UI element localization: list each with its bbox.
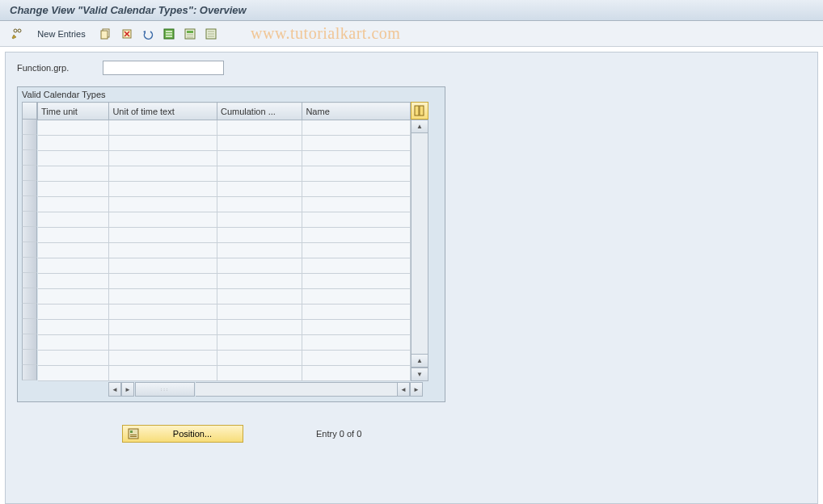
row-selector[interactable] <box>22 258 37 273</box>
scroll-down-button[interactable]: ▼ <box>411 368 428 381</box>
hscroll-row: ◄ ► ::: ◄ ► <box>22 382 441 397</box>
scroll-right-button[interactable]: ► <box>410 382 423 397</box>
table-row[interactable] <box>38 366 411 381</box>
row-selector[interactable] <box>22 227 37 242</box>
watermark-text: www.tutorialkart.com <box>251 24 400 43</box>
select-all-rows-header[interactable] <box>22 102 37 120</box>
row-selector[interactable] <box>22 334 37 350</box>
row-selector[interactable] <box>22 319 37 334</box>
row-selector[interactable] <box>22 365 37 380</box>
undo-change-button[interactable] <box>139 25 157 43</box>
new-entries-label: New Entries <box>37 29 85 39</box>
select-block-button[interactable] <box>181 25 199 43</box>
row-selector-column <box>22 102 37 381</box>
svg-rect-11 <box>187 34 193 36</box>
footer-row: Position... Entry 0 of 0 <box>17 425 806 443</box>
row-selector[interactable] <box>22 120 37 135</box>
svg-rect-19 <box>129 429 138 439</box>
row-selector[interactable] <box>22 242 37 258</box>
col-header-time-unit[interactable]: Time unit <box>38 103 109 120</box>
col-header-cumulation[interactable]: Cumulation ... <box>217 103 302 120</box>
svg-rect-7 <box>166 33 172 35</box>
table-container: Time unit Unit of time text Cumulation .… <box>22 102 441 381</box>
scroll-down-step-button[interactable]: ▲ <box>411 354 428 368</box>
row-selector[interactable] <box>22 304 37 319</box>
table-row[interactable] <box>38 243 411 258</box>
table-body <box>38 120 411 381</box>
vscroll-track[interactable] <box>411 133 428 354</box>
row-selector[interactable] <box>22 212 37 227</box>
svg-rect-15 <box>208 33 214 35</box>
select-block-icon <box>184 27 196 40</box>
table-row[interactable] <box>38 182 411 197</box>
svg-rect-21 <box>130 435 137 435</box>
group-title: Valid Calendar Types <box>22 90 441 99</box>
hscroll-thumb[interactable]: ::: <box>135 382 195 397</box>
valid-calendar-types-group: Valid Calendar Types <box>17 86 445 402</box>
table-row[interactable] <box>38 197 411 212</box>
function-grp-row: Function.grp. <box>17 61 806 75</box>
svg-rect-14 <box>208 31 214 32</box>
svg-rect-10 <box>187 31 193 33</box>
table-row[interactable] <box>38 289 411 304</box>
row-selector[interactable] <box>22 150 37 166</box>
select-all-icon <box>162 27 175 40</box>
delete-button[interactable] <box>118 25 136 43</box>
row-selector[interactable] <box>22 350 37 365</box>
position-button[interactable]: Position... <box>122 425 243 443</box>
svg-point-0 <box>18 29 21 32</box>
toolbar: New Entries www.tutorialkart.com <box>0 21 823 47</box>
svg-rect-17 <box>415 106 419 116</box>
row-selector[interactable] <box>22 166 37 181</box>
row-selector[interactable] <box>22 273 37 288</box>
row-selector[interactable] <box>22 288 37 304</box>
table-row[interactable] <box>38 136 411 151</box>
scroll-right-step-button[interactable]: ► <box>121 382 134 397</box>
function-grp-input[interactable] <box>103 61 224 75</box>
row-selector[interactable] <box>22 181 37 196</box>
table-row[interactable] <box>38 304 411 320</box>
svg-point-1 <box>14 29 17 32</box>
table-row[interactable] <box>38 166 411 182</box>
svg-rect-16 <box>208 36 214 37</box>
row-selector[interactable] <box>22 196 37 212</box>
deselect-all-button[interactable] <box>202 25 220 43</box>
svg-rect-3 <box>101 31 108 39</box>
svg-rect-8 <box>166 36 172 37</box>
pencil-glasses-icon <box>11 27 23 40</box>
new-entries-button[interactable]: New Entries <box>29 25 94 43</box>
table-side-controls: ▲ ▲ ▼ <box>411 102 428 381</box>
table-row[interactable] <box>38 212 411 228</box>
select-all-button[interactable] <box>160 25 178 43</box>
scroll-left-end-button[interactable]: ◄ <box>397 382 410 397</box>
col-header-name[interactable]: Name <box>302 103 411 120</box>
entry-count-info: Entry 0 of 0 <box>316 429 361 439</box>
valid-calendar-types-table: Time unit Unit of time text Cumulation .… <box>37 102 411 381</box>
row-selector[interactable] <box>22 135 37 150</box>
page-title: Change View "Valid Calendar Types": Over… <box>10 4 247 16</box>
hscroll-track[interactable] <box>196 382 397 397</box>
undo-icon <box>141 27 154 40</box>
position-icon <box>128 428 139 439</box>
table-row[interactable] <box>38 151 411 166</box>
copy-icon <box>99 27 112 40</box>
table-row[interactable] <box>38 320 411 335</box>
table-row[interactable] <box>38 351 411 366</box>
scroll-left-button[interactable]: ◄ <box>108 382 121 397</box>
copy-as-button[interactable] <box>97 25 115 43</box>
svg-rect-22 <box>130 436 137 437</box>
table-settings-icon <box>414 105 425 116</box>
svg-rect-18 <box>420 106 424 116</box>
toggle-display-change-button[interactable] <box>8 25 26 43</box>
table-row[interactable] <box>38 258 411 274</box>
col-header-unit-text[interactable]: Unit of time text <box>109 103 217 120</box>
table-row[interactable] <box>38 228 411 243</box>
scroll-up-button[interactable]: ▲ <box>411 120 428 133</box>
title-bar: Change View "Valid Calendar Types": Over… <box>0 0 823 21</box>
table-row[interactable] <box>38 274 411 289</box>
table-row[interactable] <box>38 120 411 136</box>
function-grp-label: Function.grp. <box>17 63 98 73</box>
main-area: Function.grp. Valid Calendar Types <box>5 52 818 504</box>
table-row[interactable] <box>38 335 411 351</box>
configure-columns-button[interactable] <box>411 102 428 120</box>
